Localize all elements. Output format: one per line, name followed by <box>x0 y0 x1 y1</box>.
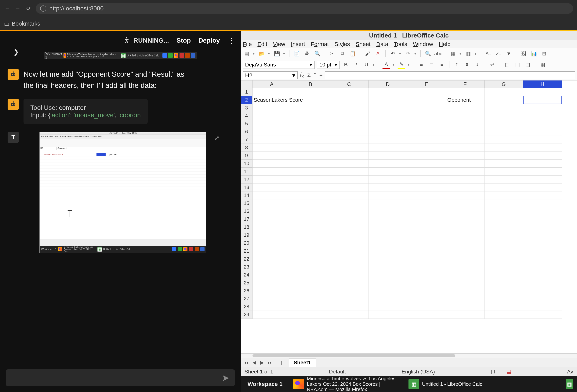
cell-F3[interactable] <box>446 104 484 112</box>
cell-E17[interactable] <box>407 215 446 223</box>
cell-D26[interactable] <box>368 287 407 295</box>
cell-G9[interactable] <box>484 152 523 160</box>
col-header-b[interactable]: B <box>291 80 330 88</box>
cell-H14[interactable] <box>523 192 562 199</box>
cell-D25[interactable] <box>368 279 407 287</box>
cell-E13[interactable] <box>407 184 446 192</box>
cell-B11[interactable] <box>291 168 330 176</box>
function-wizard-icon[interactable]: fx <box>300 72 304 79</box>
name-box[interactable]: H2▾ <box>243 71 298 79</box>
cell-A25[interactable] <box>252 279 291 287</box>
cell-F28[interactable] <box>446 303 484 311</box>
menu-help[interactable]: Help <box>439 41 451 47</box>
cell-F29[interactable] <box>446 311 484 319</box>
cell-C23[interactable] <box>330 263 368 271</box>
cell-H28[interactable] <box>523 303 562 311</box>
cell-C24[interactable] <box>330 271 368 279</box>
cell-F14[interactable] <box>446 192 484 199</box>
expand-icon[interactable]: ⤢ <box>214 134 219 142</box>
forward-button[interactable]: → <box>14 5 21 12</box>
cell-E27[interactable] <box>407 295 446 303</box>
row-header[interactable]: 6 <box>241 128 252 136</box>
cell-C1[interactable] <box>330 88 368 96</box>
unmerge-icon[interactable]: ⬚ <box>513 61 521 69</box>
currency-icon[interactable]: ▦ <box>539 61 547 69</box>
cell-C22[interactable] <box>330 255 368 263</box>
row-header[interactable]: 5 <box>241 120 252 128</box>
cell-C12[interactable] <box>330 176 368 184</box>
site-info-icon[interactable]: i <box>40 5 46 12</box>
cell-H3[interactable] <box>523 104 562 112</box>
cell-B6[interactable] <box>291 128 330 136</box>
cell-C26[interactable] <box>330 287 368 295</box>
menu-window[interactable]: Window <box>413 41 433 47</box>
cell-C28[interactable] <box>330 303 368 311</box>
cell-B22[interactable] <box>291 255 330 263</box>
cell-A9[interactable] <box>252 152 291 160</box>
cell-B28[interactable] <box>291 303 330 311</box>
clear-format-icon[interactable]: A̶ <box>374 50 382 58</box>
formula-input[interactable] <box>325 71 575 79</box>
cell-B17[interactable] <box>291 215 330 223</box>
font-name-select[interactable]: DejaVu Sans▾ <box>243 61 315 69</box>
cell-E20[interactable] <box>407 239 446 247</box>
cell-G11[interactable] <box>484 168 523 176</box>
cell-B5[interactable] <box>291 120 330 128</box>
cell-C5[interactable] <box>330 120 368 128</box>
spellcheck-icon[interactable]: abc <box>434 50 442 58</box>
cell-G7[interactable] <box>484 136 523 144</box>
cell-G5[interactable] <box>484 120 523 128</box>
cell-C8[interactable] <box>330 144 368 152</box>
chart-icon[interactable]: 📊 <box>530 50 538 58</box>
cell-A2[interactable]: SeasonLakers Score <box>252 96 291 104</box>
cell-A18[interactable] <box>252 223 291 231</box>
cell-H29[interactable] <box>523 311 562 319</box>
cell-B21[interactable] <box>291 247 330 255</box>
cell-G17[interactable] <box>484 215 523 223</box>
cell-G2[interactable] <box>484 96 523 104</box>
cell-H23[interactable] <box>523 263 562 271</box>
menu-styles[interactable]: Styles <box>335 41 350 47</box>
row-header[interactable]: 2 <box>241 96 252 104</box>
col-header-a[interactable]: A <box>252 80 291 88</box>
col-header-c[interactable]: C <box>330 80 368 88</box>
row-header[interactable]: 26 <box>241 287 252 295</box>
cell-F27[interactable] <box>446 295 484 303</box>
menu-data[interactable]: Data <box>376 41 388 47</box>
cell-D8[interactable] <box>368 144 407 152</box>
row-header[interactable]: 20 <box>241 239 252 247</box>
cell-G27[interactable] <box>484 295 523 303</box>
cell-A15[interactable] <box>252 199 291 207</box>
cell-A23[interactable] <box>252 263 291 271</box>
cell-H11[interactable] <box>523 168 562 176</box>
cell-H2[interactable] <box>523 96 562 104</box>
underline-icon[interactable]: U <box>362 61 370 69</box>
cell-E19[interactable] <box>407 231 446 239</box>
cell-F16[interactable] <box>446 207 484 215</box>
cell-H19[interactable] <box>523 231 562 239</box>
row-header[interactable]: 22 <box>241 255 252 263</box>
row-header[interactable]: 27 <box>241 295 252 303</box>
expand-chevron-icon[interactable]: ❯ <box>13 48 19 56</box>
cell-D16[interactable] <box>368 207 407 215</box>
cell-B26[interactable] <box>291 287 330 295</box>
tray-icon[interactable]: ▦ <box>566 379 573 389</box>
row-header[interactable]: 1 <box>241 88 252 96</box>
cell-D7[interactable] <box>368 136 407 144</box>
row-header[interactable]: 15 <box>241 199 252 207</box>
menu-edit[interactable]: Edit <box>257 41 267 47</box>
cell-H16[interactable] <box>523 207 562 215</box>
cell-E15[interactable] <box>407 199 446 207</box>
cell-B4[interactable] <box>291 112 330 120</box>
cell-E3[interactable] <box>407 104 446 112</box>
cell-A29[interactable] <box>252 311 291 319</box>
new-icon[interactable]: ▤ <box>243 50 251 58</box>
print-icon[interactable]: 🖶 <box>303 50 311 58</box>
cell-E28[interactable] <box>407 303 446 311</box>
first-sheet-icon[interactable]: ⏮ <box>243 359 250 365</box>
menu-view[interactable]: View <box>273 41 285 47</box>
menu-sheet[interactable]: Sheet <box>356 41 370 47</box>
cell-G29[interactable] <box>484 311 523 319</box>
cell-F6[interactable] <box>446 128 484 136</box>
col-header-d[interactable]: D <box>368 80 407 88</box>
